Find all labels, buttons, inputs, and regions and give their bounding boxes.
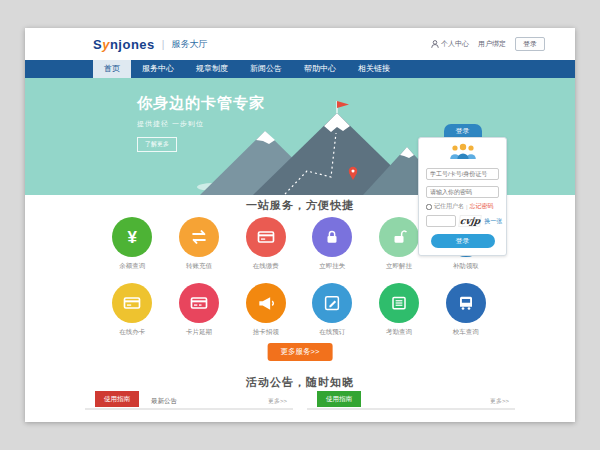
- service-label: 校车查询: [432, 328, 499, 337]
- header-login-button[interactable]: 登录: [515, 37, 545, 51]
- more-link-left[interactable]: 更多>>: [268, 397, 287, 406]
- more-services-button[interactable]: 更多服务>>: [268, 343, 333, 361]
- header: Synjones | 服务大厅 个人中心 用户绑定 登录: [25, 28, 575, 60]
- edit-pencil-icon: [312, 283, 352, 323]
- service-balance[interactable]: ¥ 余额查询: [99, 217, 166, 271]
- transfer-arrows-icon: [179, 217, 219, 257]
- announcement-panels: 使用指南 最新公告 更多>> 使用指南 更多>>: [85, 394, 515, 410]
- nav-item-news[interactable]: 新闻公告: [239, 60, 293, 78]
- nav-item-rules[interactable]: 规章制度: [185, 60, 239, 78]
- lock-icon: [312, 217, 352, 257]
- user-group-icon: [448, 143, 478, 160]
- remember-label: 记住用户名: [434, 202, 464, 211]
- service-label: 在线办卡: [99, 328, 166, 337]
- service-label: 余额查询: [99, 262, 166, 271]
- attendance-list-icon: [379, 283, 419, 323]
- login-tab[interactable]: 登录: [444, 124, 482, 137]
- service-transfer[interactable]: 转账充值: [166, 217, 233, 271]
- service-label: 立即挂失: [299, 262, 366, 271]
- more-link-right[interactable]: 更多>>: [490, 397, 509, 406]
- user-icon: [431, 40, 439, 48]
- user-bind-link[interactable]: 用户绑定: [478, 39, 506, 49]
- tab-latest-news[interactable]: 最新公告: [151, 397, 177, 406]
- service-attendance[interactable]: 考勤查询: [366, 283, 433, 337]
- service-label: 转账充值: [166, 262, 233, 271]
- nav-item-service-center[interactable]: 服务中心: [131, 60, 185, 78]
- logo-text: njones: [110, 37, 155, 52]
- announcements-title: 活动公告，随时知晓: [25, 375, 575, 390]
- megaphone-icon: [246, 283, 286, 323]
- login-submit-button[interactable]: 登录: [431, 234, 495, 248]
- password-input[interactable]: [426, 186, 499, 198]
- remember-row: 记住用户名 | 忘记密码: [426, 202, 499, 211]
- payment-card-icon: [246, 217, 286, 257]
- hero-banner: 你身边的卡管专家 提供捷径 一步到位 了解更多 登录: [25, 78, 575, 195]
- account-input[interactable]: [426, 168, 499, 180]
- service-lost-found[interactable]: 拾卡招领: [232, 283, 299, 337]
- announcement-panel-right: 使用指南 更多>>: [307, 394, 515, 410]
- nav-item-home[interactable]: 首页: [93, 60, 131, 78]
- service-label: 考勤查询: [366, 328, 433, 337]
- separator: |: [466, 204, 468, 210]
- change-captcha-link[interactable]: 换一张: [484, 217, 502, 226]
- service-report-loss[interactable]: 立即挂失: [299, 217, 366, 271]
- login-panel: 登录 记住用户名 | 忘记密码 cvjp 换一张: [418, 124, 507, 256]
- service-online-booking[interactable]: 在线预订: [299, 283, 366, 337]
- forgot-password-link[interactable]: 忘记密码: [470, 202, 494, 211]
- service-label: 立即解挂: [366, 262, 433, 271]
- service-label: 拾卡招领: [232, 328, 299, 337]
- remember-checkbox[interactable]: [426, 204, 432, 210]
- tab-usage-guide-left[interactable]: 使用指南: [95, 391, 139, 407]
- captcha-input[interactable]: [426, 215, 456, 227]
- bus-icon: [446, 283, 486, 323]
- hero-title: 你身边的卡管专家: [137, 94, 265, 113]
- service-label: 补助领取: [432, 262, 499, 271]
- service-payment[interactable]: 在线缴费: [232, 217, 299, 271]
- personal-center-link[interactable]: 个人中心: [431, 39, 469, 49]
- service-label: 在线预订: [299, 328, 366, 337]
- logo-accent: y: [102, 37, 110, 52]
- balance-yen-icon: ¥: [112, 217, 152, 257]
- main-nav: 首页 服务中心 规章制度 新闻公告 帮助中心 相关链接: [25, 60, 575, 78]
- announcement-panel-left: 使用指南 最新公告 更多>>: [85, 394, 293, 410]
- header-links: 个人中心 用户绑定 登录: [431, 37, 545, 51]
- nav-item-links[interactable]: 相关链接: [347, 60, 401, 78]
- service-school-bus[interactable]: 校车查询: [432, 283, 499, 337]
- card-renewal-icon: [179, 283, 219, 323]
- captcha-image[interactable]: cvjp: [458, 215, 482, 227]
- unlock-icon: [379, 217, 419, 257]
- logo-text: S: [93, 37, 102, 52]
- page: Synjones | 服务大厅 个人中心 用户绑定 登录 首页 服务中心 规章制…: [25, 28, 575, 422]
- hero-text: 你身边的卡管专家 提供捷径 一步到位 了解更多: [137, 94, 265, 152]
- product-name: 服务大厅: [171, 38, 207, 51]
- service-label: 卡片延期: [166, 328, 233, 337]
- tab-usage-guide-right[interactable]: 使用指南: [317, 391, 361, 407]
- personal-center-label: 个人中心: [441, 39, 469, 49]
- apply-card-icon: [112, 283, 152, 323]
- service-label: 在线缴费: [232, 262, 299, 271]
- captcha-row: cvjp 换一张: [426, 215, 499, 227]
- hero-cta-button[interactable]: 了解更多: [137, 137, 177, 152]
- user-bind-label: 用户绑定: [478, 39, 506, 49]
- nav-item-help[interactable]: 帮助中心: [293, 60, 347, 78]
- service-apply-card[interactable]: 在线办卡: [99, 283, 166, 337]
- login-form: 记住用户名 | 忘记密码 cvjp 换一张 登录: [418, 137, 507, 256]
- service-card-renewal[interactable]: 卡片延期: [166, 283, 233, 337]
- logo-divider: |: [162, 39, 165, 50]
- hero-subtitle: 提供捷径 一步到位: [137, 119, 265, 129]
- logo[interactable]: Synjones: [93, 37, 155, 52]
